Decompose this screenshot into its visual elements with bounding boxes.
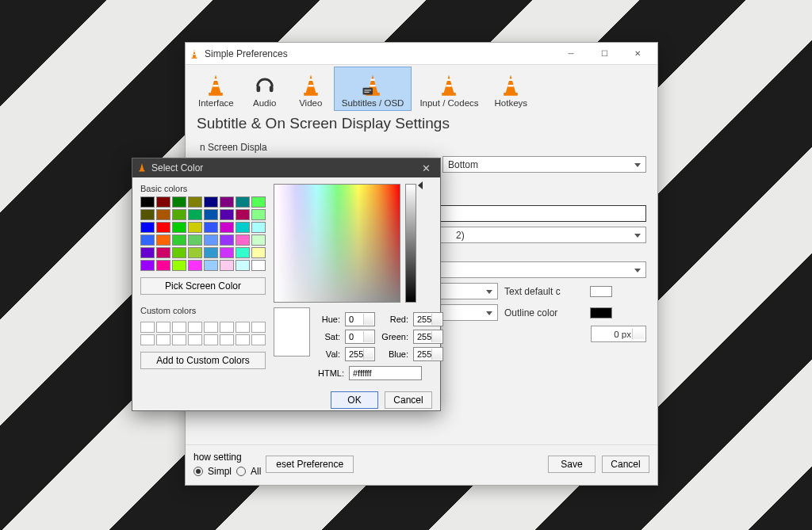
svg-rect-17 (442, 93, 457, 96)
basic-color-swatch[interactable] (156, 260, 170, 271)
tab-subtitles-osd[interactable]: Subtitles / OSD (334, 67, 412, 111)
basic-color-swatch[interactable] (251, 209, 266, 220)
basic-color-swatch[interactable] (188, 196, 202, 208)
minimize-button[interactable]: ─ (554, 43, 588, 64)
cancel-button[interactable]: Cancel (602, 456, 649, 473)
val-input[interactable]: 255 (345, 347, 375, 361)
basic-color-swatch[interactable] (204, 196, 218, 208)
tab-audio[interactable]: Audio (242, 67, 288, 111)
basic-color-swatch[interactable] (188, 209, 202, 220)
basic-color-swatch[interactable] (251, 260, 266, 271)
basic-color-swatch[interactable] (188, 234, 202, 246)
basic-color-swatch[interactable] (172, 234, 186, 246)
custom-swatch[interactable] (140, 322, 155, 333)
custom-swatch[interactable] (251, 334, 266, 345)
basic-color-swatch[interactable] (188, 247, 202, 258)
custom-swatch[interactable] (236, 322, 250, 333)
html-color-input[interactable] (349, 366, 422, 380)
basic-color-swatch[interactable] (251, 234, 266, 246)
reset-preferences-button[interactable]: eset Preference (266, 456, 354, 473)
tab-hotkeys[interactable]: Hotkeys (487, 67, 536, 111)
basic-color-swatch[interactable] (220, 222, 234, 233)
basic-color-swatch[interactable] (172, 209, 186, 220)
basic-color-swatch[interactable] (188, 222, 202, 233)
cancel-button[interactable]: Cancel (385, 391, 432, 409)
basic-color-swatch[interactable] (251, 247, 266, 258)
basic-color-swatch[interactable] (204, 222, 218, 233)
hue-input[interactable]: 0 (345, 312, 375, 326)
svg-rect-21 (509, 79, 513, 82)
sat-input[interactable]: 0 (345, 330, 375, 344)
basic-color-swatch[interactable] (140, 234, 155, 246)
custom-swatch[interactable] (236, 334, 250, 345)
save-button[interactable]: Save (548, 456, 596, 473)
position-dropdown[interactable]: Bottom (442, 156, 646, 173)
custom-swatch[interactable] (156, 322, 170, 333)
basic-color-swatch[interactable] (236, 247, 250, 258)
basic-color-swatch[interactable] (236, 260, 250, 271)
basic-color-swatch[interactable] (140, 247, 155, 258)
green-input[interactable]: 255 (413, 330, 443, 344)
close-button[interactable]: ✕ (621, 43, 654, 64)
red-input[interactable]: 255 (413, 312, 443, 326)
basic-color-swatch[interactable] (220, 209, 234, 220)
basic-color-swatch[interactable] (156, 209, 170, 220)
ok-button[interactable]: OK (331, 391, 378, 409)
custom-swatch[interactable] (204, 334, 218, 345)
custom-swatch[interactable] (172, 334, 186, 345)
custom-swatch[interactable] (220, 334, 234, 345)
basic-color-swatch[interactable] (236, 209, 250, 220)
basic-color-swatch[interactable] (156, 234, 170, 246)
dialog-close-button[interactable]: ✕ (416, 162, 435, 174)
blue-input[interactable]: 255 (413, 347, 443, 361)
value-slider[interactable] (405, 184, 416, 303)
basic-color-swatch[interactable] (172, 196, 186, 208)
basic-color-swatch[interactable] (140, 196, 155, 208)
basic-color-swatch[interactable] (204, 247, 218, 258)
shadow-offset-spinner[interactable]: 0 px (591, 326, 646, 342)
basic-color-swatch[interactable] (220, 234, 234, 246)
basic-color-swatch[interactable] (204, 234, 218, 246)
basic-color-swatch[interactable] (220, 247, 234, 258)
basic-color-swatch[interactable] (251, 196, 266, 208)
basic-color-swatch[interactable] (188, 260, 202, 271)
saturation-hue-picker[interactable] (274, 184, 400, 303)
custom-swatch[interactable] (140, 334, 155, 345)
basic-color-swatch[interactable] (204, 209, 218, 220)
basic-color-swatch[interactable] (156, 247, 170, 258)
radio-all[interactable] (236, 467, 246, 476)
custom-swatch[interactable] (188, 322, 202, 333)
basic-color-swatch[interactable] (140, 222, 155, 233)
custom-swatch[interactable] (172, 322, 186, 333)
basic-color-swatch[interactable] (236, 234, 250, 246)
basic-color-swatch[interactable] (204, 260, 218, 271)
outline-color-swatch[interactable] (590, 307, 612, 318)
custom-swatch[interactable] (204, 322, 218, 333)
tab-video[interactable]: Video (288, 67, 334, 111)
basic-color-swatch[interactable] (156, 222, 170, 233)
basic-color-swatch[interactable] (140, 260, 155, 271)
basic-color-swatch[interactable] (172, 222, 186, 233)
svg-rect-19 (446, 85, 453, 87)
radio-simple[interactable] (193, 467, 203, 476)
basic-color-swatch[interactable] (236, 222, 250, 233)
maximize-button[interactable]: ☐ (588, 43, 621, 64)
basic-color-swatch[interactable] (172, 260, 186, 271)
tab-input-codecs[interactable]: Input / Codecs (412, 67, 486, 111)
tab-label: Hotkeys (495, 98, 528, 108)
basic-color-swatch[interactable] (220, 260, 234, 271)
custom-swatch[interactable] (251, 322, 266, 333)
basic-color-swatch[interactable] (156, 196, 170, 208)
basic-color-swatch[interactable] (172, 247, 186, 258)
tab-interface[interactable]: Interface (190, 67, 242, 111)
text-color-swatch[interactable] (590, 286, 612, 297)
basic-color-swatch[interactable] (140, 209, 155, 220)
basic-color-swatch[interactable] (251, 222, 266, 233)
basic-color-swatch[interactable] (236, 196, 250, 208)
pick-screen-color-button[interactable]: Pick Screen Color (140, 277, 266, 295)
custom-swatch[interactable] (188, 334, 202, 345)
add-to-custom-colors-button[interactable]: Add to Custom Colors (140, 352, 266, 369)
custom-swatch[interactable] (156, 334, 170, 345)
basic-color-swatch[interactable] (220, 196, 234, 208)
custom-swatch[interactable] (220, 322, 234, 333)
